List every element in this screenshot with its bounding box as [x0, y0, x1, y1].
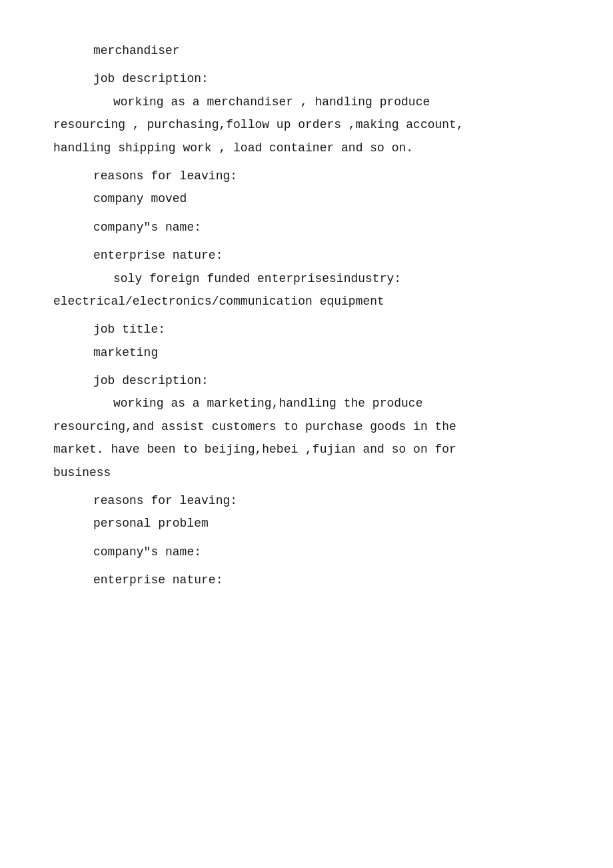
resume-content: merchandiser job description: working as… — [53, 40, 560, 591]
enterprise-nature-section: enterprise nature: soly foreign funded e… — [53, 245, 560, 312]
reasons-label: reasons for leaving: — [93, 165, 560, 187]
job-description2-label: job description: — [93, 370, 560, 391]
company-name2-label: company"s name: — [93, 541, 560, 563]
desc2-line2: resourcing,and assist customers to purch… — [53, 416, 560, 437]
enterprise-nature2-section: enterprise nature: — [53, 569, 560, 591]
job-title: merchandiser — [93, 40, 560, 61]
job-title2-label: job title: — [93, 319, 560, 340]
reasons2-value: personal problem — [93, 513, 560, 534]
reasons2-label: reasons for leaving: — [93, 490, 560, 511]
job-title2-value: marketing — [93, 342, 560, 363]
job-title2-section: job title: marketing — [53, 319, 560, 363]
reasons-value: company moved — [93, 188, 560, 209]
enterprise-nature-label: enterprise nature: — [93, 245, 560, 266]
company-name-section: company"s name: — [53, 217, 560, 238]
reasons-section: reasons for leaving: company moved — [53, 165, 560, 210]
job-description-line3: handling shipping work , load container … — [53, 137, 560, 159]
desc2-line4: business — [53, 462, 560, 483]
nature-line2: electrical/electronics/communication equ… — [53, 291, 560, 312]
job-description-label: job description: — [93, 68, 560, 89]
company-name2-section: company"s name: — [53, 541, 560, 563]
job-description-line2: resourcing , purchasing,follow up orders… — [53, 114, 560, 135]
desc2-line1: working as a marketing,handling the prod… — [113, 393, 560, 414]
reasons2-section: reasons for leaving: personal problem — [53, 490, 560, 535]
job-description2-section: job description: working as a marketing,… — [53, 370, 560, 483]
nature-line1: soly foreign funded enterprisesindustry: — [113, 268, 560, 289]
job-description-section: job description: working as a merchandis… — [53, 68, 560, 159]
enterprise-nature2-label: enterprise nature: — [93, 569, 560, 591]
job-description-line1: working as a merchandiser , handling pro… — [113, 91, 560, 113]
desc2-line3: market. have been to beijing,hebei ,fuji… — [53, 439, 560, 460]
company-name-label: company"s name: — [93, 217, 560, 238]
job-title-section: merchandiser — [53, 40, 560, 61]
